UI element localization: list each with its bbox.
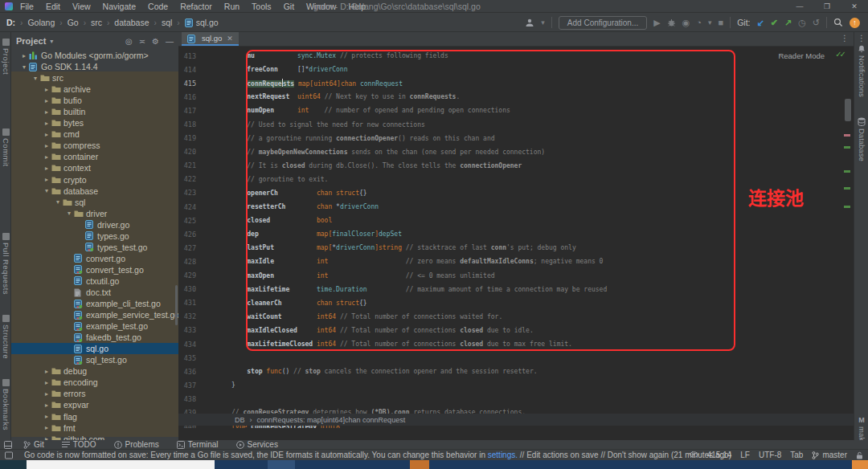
tree-item-bytes[interactable]: ▸bytes <box>11 117 178 128</box>
file-encoding[interactable]: UTF-8 <box>759 451 781 459</box>
tab-sql-go[interactable]: sql.go ✕ <box>182 32 239 46</box>
caret-position[interactable]: 415:14 <box>707 451 732 459</box>
tree-item-sql[interactable]: ▾sql <box>11 197 178 208</box>
menu-view[interactable]: View <box>72 2 91 11</box>
tree-item-example-service-test-go[interactable]: example_service_test.go <box>11 309 178 320</box>
breadcrumb-item[interactable]: D: <box>6 18 15 27</box>
tool-bar-todo[interactable]: TODO <box>62 440 96 449</box>
menu-tools[interactable]: Tools <box>252 2 272 11</box>
tree-chevron-icon[interactable]: ▸ <box>42 379 51 386</box>
tree-chevron-icon[interactable]: ▸ <box>42 153 51 161</box>
tool-bar-git[interactable]: Git <box>23 440 44 449</box>
tree-chevron-icon[interactable]: ▸ <box>42 86 51 93</box>
project-view-dropdown-icon[interactable]: ▾ <box>50 38 53 45</box>
tool-stripe-notifications[interactable]: Notifications <box>854 45 868 97</box>
line-separator[interactable]: LF <box>740 451 750 459</box>
stop-icon[interactable]: ■ <box>719 17 724 28</box>
code-line-432[interactable]: 432 waitCount int64 // Total number of c… <box>178 310 854 324</box>
code-line-419[interactable]: 419 // a goroutine running connectionOpe… <box>178 132 854 145</box>
tab-close-icon[interactable]: ✕ <box>227 35 233 43</box>
coverage-icon[interactable]: ◉ <box>682 17 690 28</box>
menu-file[interactable]: File <box>20 2 34 11</box>
code-line-413[interactable]: 413 mu sync.Mutex // protects following … <box>178 49 854 63</box>
locate-file-icon[interactable]: ◎ <box>125 37 133 46</box>
tree-chevron-icon[interactable]: ▾ <box>64 210 74 217</box>
code-line-417[interactable]: 417 numOpen int // number of opened and … <box>178 104 854 117</box>
project-panel-title[interactable]: Project <box>16 36 46 46</box>
status-panel-icon[interactable] <box>5 451 13 459</box>
tree-item-container[interactable]: ▸container <box>11 151 178 162</box>
code-line-437[interactable]: 437} <box>178 378 854 392</box>
tree-chevron-icon[interactable]: ▸ <box>42 120 51 127</box>
breadcrumb-item[interactable]: Go <box>68 18 79 27</box>
breadcrumb-item[interactable]: Golang <box>27 18 55 27</box>
tree-item-sql-test-go[interactable]: sql_test.go <box>11 354 178 365</box>
breadcrumb-struct[interactable]: DB <box>235 416 245 424</box>
tree-chevron-icon[interactable]: ▸ <box>42 424 51 431</box>
code-line-431[interactable]: 431 cleanerCh chan struct{} <box>178 296 854 310</box>
tree-chevron-icon[interactable]: ▸ <box>42 413 51 420</box>
user-icon[interactable] <box>525 18 534 27</box>
tree-item-src[interactable]: ▾src <box>11 72 178 84</box>
breadcrumb-item[interactable]: sql.go <box>185 18 219 27</box>
menu-edit[interactable]: Edit <box>46 2 60 11</box>
code-line-438[interactable]: 438 <box>178 392 854 406</box>
hide-panel-icon[interactable]: — <box>166 37 174 46</box>
project-tree-scrollbar[interactable] <box>175 285 178 325</box>
tree-item-bufio[interactable]: ▸bufio <box>11 95 178 106</box>
code-line-421[interactable]: 421 // It is closed during db.Close(). T… <box>178 159 854 173</box>
code-line-433[interactable]: 433 maxIdleClosed int64 // Total number … <box>178 324 854 337</box>
tree-item-go-modules-gorm-io-gorm-[interactable]: ▸Go Modules <gorm.io/gorm> <box>11 50 178 61</box>
editor-body[interactable]: 413 mu sync.Mutex // protects following … <box>178 47 854 428</box>
code-line-429[interactable]: 429 maxOpen int // <= 0 means unlimited <box>178 269 854 283</box>
tool-stripe-project[interactable]: Project <box>0 39 11 75</box>
tree-item-database[interactable]: ▾database <box>11 186 178 197</box>
tree-item-convert-test-go[interactable]: convert_test.go <box>11 264 178 275</box>
code-line-420[interactable]: 420 // maybeOpenNewConnections sends on … <box>178 145 854 159</box>
code-line-416[interactable]: 416 nextRequest uint64 // Next key to us… <box>178 90 854 104</box>
user-dropdown-icon[interactable]: ▾ <box>541 17 545 28</box>
tree-item-expvar[interactable]: ▸expvar <box>11 399 178 410</box>
tree-item-example-cli-test-go[interactable]: example_cli_test.go <box>11 298 178 309</box>
tree-chevron-icon[interactable]: ▾ <box>53 198 63 206</box>
collapse-all-icon[interactable]: ≍ <box>139 37 145 46</box>
tool-bar-services[interactable]: Services <box>236 440 278 449</box>
code-line-428[interactable]: 428 maxIdle int // zero means defaultMax… <box>178 255 854 268</box>
tree-item-cmd[interactable]: ▸cmd <box>11 128 178 140</box>
reader-mode-label[interactable]: Reader Mode <box>778 51 825 60</box>
tree-item-context[interactable]: ▸context <box>11 162 178 173</box>
breadcrumb-item[interactable]: database <box>114 18 149 27</box>
menu-code[interactable]: Code <box>148 2 168 11</box>
tree-chevron-icon[interactable]: ▾ <box>42 187 51 194</box>
add-configuration-button[interactable]: Add Configuration... <box>559 16 647 30</box>
tree-item-go-sdk-1-14-4[interactable]: ▾Go SDK 1.14.4 <box>11 61 178 72</box>
tool-stripe-database[interactable]: Database <box>854 117 868 161</box>
git-push-icon[interactable]: ↗ <box>784 17 792 28</box>
tree-chevron-icon[interactable]: ▸ <box>42 390 51 398</box>
close-button[interactable]: ✕ <box>841 0 868 13</box>
lock-icon[interactable] <box>856 451 863 459</box>
code-line-418[interactable]: 418 // Used to signal the need for new c… <box>178 117 854 131</box>
code-line-425[interactable]: 425 closed bool <box>178 214 854 227</box>
minimize-button[interactable]: — <box>786 0 813 13</box>
tool-bar-terminal[interactable]: Terminal <box>177 440 219 449</box>
menu-git[interactable]: Git <box>284 2 294 11</box>
settings-link[interactable]: settings. <box>488 451 518 459</box>
tree-item-sql-go[interactable]: sql.go <box>11 343 178 354</box>
menu-navigate[interactable]: Navigate <box>103 2 136 11</box>
error-stripe[interactable] <box>842 47 852 428</box>
scrollbar-thumb[interactable] <box>845 99 851 121</box>
debug-icon[interactable] <box>667 18 676 27</box>
tree-item-ctxutil-go[interactable]: ctxutil.go <box>11 275 178 287</box>
tree-item-compress[interactable]: ▸compress <box>11 140 178 151</box>
tree-item-convert-go[interactable]: convert.go <box>11 253 178 264</box>
tree-item-archive[interactable]: ▸archive <box>11 84 178 95</box>
tree-chevron-icon[interactable]: ▸ <box>42 97 51 104</box>
run-dropdown-icon[interactable]: ▾ <box>708 17 712 28</box>
code-line-414[interactable]: 414 freeConn []*driverConn <box>178 63 854 76</box>
git-branch-widget[interactable]: master <box>812 451 847 459</box>
tree-chevron-icon[interactable]: ▸ <box>42 368 51 375</box>
tree-item-driver[interactable]: ▾driver <box>11 208 178 219</box>
menu-refactor[interactable]: Refactor <box>180 2 212 11</box>
breadcrumb-item[interactable]: src <box>91 18 102 27</box>
